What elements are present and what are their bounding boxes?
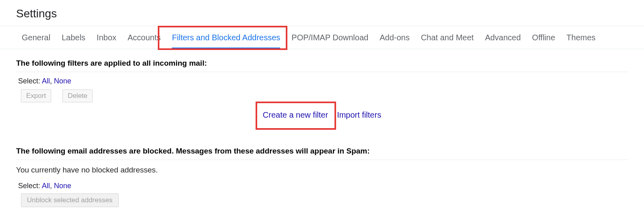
select-all-link[interactable]: All: [42, 77, 50, 85]
tab-accounts[interactable]: Accounts: [122, 27, 166, 49]
tab-advanced[interactable]: Advanced: [479, 27, 526, 49]
select-separator: ,: [50, 77, 54, 85]
tab-offline[interactable]: Offline: [526, 27, 561, 49]
filter-action-links: Create a new filter Import filters: [16, 110, 628, 127]
tab-chat-and-meet[interactable]: Chat and Meet: [415, 27, 479, 49]
select-label: Select:: [18, 182, 42, 190]
tab-pop-imap-download[interactable]: POP/IMAP Download: [286, 27, 374, 49]
blocked-select-row: Select: All, None: [18, 182, 628, 190]
import-filters-link[interactable]: Import filters: [337, 110, 381, 120]
blocked-section-heading: The following email addresses are blocke…: [16, 147, 628, 156]
divider: [16, 72, 628, 72]
delete-button[interactable]: Delete: [62, 89, 93, 102]
create-new-filter-link[interactable]: Create a new filter: [263, 110, 328, 120]
filters-section-heading: The following filters are applied to all…: [16, 59, 628, 68]
filters-select-row: Select: All, None: [18, 77, 628, 85]
select-separator: ,: [50, 182, 54, 190]
tab-general[interactable]: General: [16, 27, 56, 49]
tab-add-ons[interactable]: Add-ons: [374, 27, 415, 49]
blocked-select-none-link[interactable]: None: [54, 182, 71, 190]
select-none-link[interactable]: None: [54, 77, 71, 85]
tab-inbox[interactable]: Inbox: [91, 27, 122, 49]
tab-themes[interactable]: Themes: [561, 27, 601, 49]
blocked-select-all-link[interactable]: All: [42, 182, 50, 190]
blocked-empty-message: You currently have no blocked addresses.: [16, 166, 628, 174]
settings-tabs: General Labels Inbox Accounts Filters an…: [0, 26, 644, 49]
export-button[interactable]: Export: [21, 89, 51, 102]
select-label: Select:: [18, 77, 42, 85]
tab-filters-and-blocked-addresses[interactable]: Filters and Blocked Addresses: [166, 27, 286, 49]
unblock-selected-button[interactable]: Unblock selected addresses: [21, 193, 119, 207]
tab-labels[interactable]: Labels: [56, 27, 91, 49]
divider: [16, 160, 628, 160]
page-title: Settings: [16, 7, 628, 20]
